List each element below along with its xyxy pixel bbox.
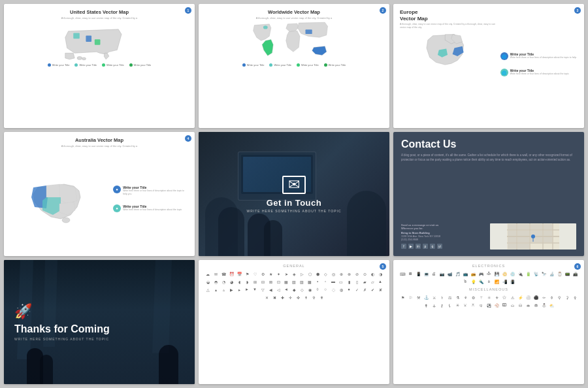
icon-cell: 🔦 [478,278,484,285]
icon-cell: ⚳ [564,294,570,300]
icon-cell: ⚪ [525,294,531,300]
icon-cell: ◓ [212,278,219,285]
icon-cell: ⚙ [259,270,266,277]
world-legend-label-1: Write your Title [247,63,265,67]
icon-cell: ⚰ [540,294,547,300]
icon-cell: ● [346,286,352,293]
icon-cell: ⚒ [415,294,421,300]
icon-cell: ⚷ [438,302,445,308]
envelope-icon: ✉ [282,176,306,194]
rocket-icon: 🚀 [14,303,184,320]
world-legend-2: Write your Title [269,63,291,67]
icon-cell: ▨ [299,278,305,285]
contact-address: 1130 50th Ave. New York NY 10018 [401,235,487,238]
icon-cell: ⚫ [532,294,539,300]
icon-cell: ⬡ [306,270,313,277]
icon-cell: ○ [322,286,329,293]
contact-social: f ▶ in p q yt [401,244,487,249]
aus-info-text-2: Write your Title Write here three or fou… [123,204,182,212]
icon-cell: ☎ [220,270,227,277]
icon-cell: 📻 [470,270,476,277]
touch-content: ✉ Get in Touch WRITE HERE SOMETHING ABOU… [246,176,341,213]
social-yt2[interactable]: yt [437,244,442,249]
contact-send-label: Send us a message or visit usWherever yo… [401,223,487,230]
icon-cell: △ [204,286,211,293]
us-map-area [10,22,188,61]
contact-left: Send us a message or visit usWherever yo… [401,223,487,250]
slide-australia-map: Australia Vector Map A thorough, clear, … [4,132,195,256]
icon-cell: ★ [267,270,274,277]
europe-subtitle: A thorough, clear, easy to use vector ma… [400,23,497,30]
slide-thanks: 🚀 Thanks for Coming WRITE HERE SOMETHING… [4,260,195,384]
icons-misc-title: MISCELLANEOUS [399,287,579,291]
icon-cell: ⚐ [407,294,414,300]
icon-cell: ⚚ [478,294,484,300]
icon-cell: ▽ [259,286,266,293]
icon-cell: ▩ [306,278,313,285]
icon-cell: ⚽ [485,302,492,308]
badge-2: 2 [380,7,386,14]
icon-cell: 🔭 [540,270,547,277]
icon-cell: ✛ [287,294,293,300]
icon-cell: ⚹ [454,302,461,308]
legend-item-3: Write your Title [102,63,124,67]
icon-cell: ⛂ [525,302,531,308]
contact-title: Contact Us [401,138,576,150]
us-map-legend: Write your Title Write your Title Write … [10,63,188,67]
thanks-content: 🚀 Thanks for Coming WRITE HERE SOMETHING… [4,297,195,348]
touch-title: Get in Touch [246,198,341,208]
icon-cell: ⚼ [478,302,484,308]
world-legend-1: Write your Title [242,63,265,67]
icon-cell: ◐ [369,270,376,277]
svg-rect-25 [517,237,529,242]
slide-icons-general: GENERAL ☁ ✉ ☎ ⏰ 📅 ⚑ ♡ ⚙ ★ ✦ ➤ ◈ ▷ ⬡ ⬢ ◇ … [199,260,389,384]
icon-cell: 🔌 [517,270,523,277]
icon-cell: 🎮 [478,270,484,277]
icon-cell: ⬢ [314,270,321,277]
icon-cell: 📠 [572,270,578,277]
badge-5: 5 [380,263,386,270]
social-facebook[interactable]: f [401,244,406,249]
social-quora[interactable]: q [430,244,435,249]
icon-cell: ⚙ [470,294,476,300]
icon-cell: ✗ [361,286,368,293]
social-linkedin[interactable]: in [416,244,421,249]
slide-grid: United States Vector Map A thorough, cle… [0,0,588,388]
icon-cell: ⚺ [462,302,468,308]
us-map-subtitle: A thorough, clear, easy to use vector ma… [10,16,188,20]
contact-phone: (522) 234-8848 [401,238,487,241]
map-visual [490,223,576,250]
icon-cell: ⛅ [548,302,555,308]
world-map-legend: Write your Title Write your Title Write … [205,63,383,67]
icon-cell: ⊠ [267,278,274,285]
touch-subtitle: WRITE HERE SOMETHING ABOUT THE TOPIC [246,209,341,213]
europe-info-body-2: Write here three or four lines of descri… [510,73,569,76]
icon-cell: ✘ [377,286,384,293]
icon-cell: ⚕ [438,294,445,300]
contact-map [490,223,576,250]
icon-cell: ⛄ [540,302,547,308]
icon-cell: ✦ [275,270,282,277]
europe-info-body-1: Write here three or four lines of descri… [510,56,577,59]
icon-cell: ⊟ [259,278,266,285]
social-pinterest[interactable]: p [423,244,428,249]
icon-cell: ◆ [291,286,297,293]
icon-cell: ✕ [263,294,270,300]
icon-cell: ⊕ [338,270,344,277]
legend-label-4: Write your Title [134,63,152,67]
svg-rect-21 [517,231,529,236]
world-legend-3: Write your Title [297,63,319,67]
svg-rect-1 [94,39,100,45]
icon-cell: ▭ [338,278,344,285]
icon-cell: 🕹 [485,270,492,277]
legend-label-3: Write your Title [106,63,124,67]
social-youtube[interactable]: ▶ [408,244,414,249]
icon-cell: 📟 [564,270,570,277]
icon-cell: ◕ [228,278,235,285]
svg-rect-18 [531,224,542,229]
world-legend-label-3: Write your Title [301,63,319,67]
icon-cell: 🖱 [462,278,468,285]
svg-point-30 [531,234,535,238]
svg-rect-19 [544,224,552,229]
svg-rect-20 [508,231,516,236]
